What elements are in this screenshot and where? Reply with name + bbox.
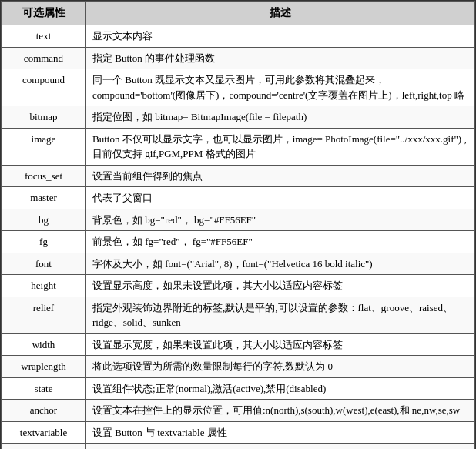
attr-cell: relief [2,297,86,333]
table-row: state设置组件状态;正常(normal),激活(active),禁用(dis… [2,377,475,400]
desc-cell: 指定外观装饰边界附近的标签,默认是平的,可以设置的参数：flat、groove、… [86,297,475,333]
attr-cell: wraplength [2,356,86,378]
attr-cell: focus_set [2,165,86,187]
desc-cell: 指定 Button 的事件处理函数 [86,47,475,69]
table-row: focus_set设置当前组件得到的焦点 [2,165,475,187]
desc-cell: 指定位图，如 bitmap= BitmapImage(file = filepa… [86,106,475,129]
properties-table: 可选属性 描述 text显示文本内容command指定 Button 的事件处理… [0,0,476,449]
attr-cell: bg [2,209,86,231]
table-row: imageButton 不仅可以显示文字，也可以显示图片，image= Phot… [2,128,475,165]
attr-cell: command [2,47,86,69]
table-row: bd设置 Button 的边框大小;bd(bordwidth)缺省为 1 或 2… [2,444,475,450]
table-row: command指定 Button 的事件处理函数 [2,47,475,69]
desc-cell: 代表了父窗口 [86,187,475,209]
attr-cell: state [2,377,86,400]
attr-cell: textvariable [2,421,86,444]
desc-cell: 设置文本在控件上的显示位置，可用值:n(north),s(south),w(we… [86,400,475,422]
desc-cell: 前景色，如 fg="red"， fg="#FF56EF" [86,231,475,253]
attr-cell: text [2,25,86,48]
attr-cell: height [2,275,86,297]
attr-cell: master [2,187,86,209]
table-row: width设置显示宽度，如果未设置此项，其大小以适应内容标签 [2,333,475,356]
table-row: relief指定外观装饰边界附近的标签,默认是平的,可以设置的参数：flat、g… [2,297,475,333]
attr-cell: bd [2,444,86,450]
attr-cell: width [2,333,86,356]
desc-cell: 背景色，如 bg="red"， bg="#FF56EF" [86,209,475,231]
desc-cell: 设置当前组件得到的焦点 [86,165,475,187]
table-row: height设置显示高度，如果未设置此项，其大小以适应内容标签 [2,275,475,297]
table-row: fg前景色，如 fg="red"， fg="#FF56EF" [2,231,475,253]
table-row: font字体及大小，如 font=("Arial", 8)，font=("Hel… [2,253,475,275]
table-row: bitmap指定位图，如 bitmap= BitmapImage(file = … [2,106,475,129]
table-row: bg背景色，如 bg="red"， bg="#FF56EF" [2,209,475,231]
table-row: wraplength将此选项设置为所需的数量限制每行的字符,数默认为 0 [2,356,475,378]
desc-cell: 显示文本内容 [86,25,475,48]
table-row: master代表了父窗口 [2,187,475,209]
desc-cell: 设置 Button 与 textvariable 属性 [86,421,475,444]
attr-cell: bitmap [2,106,86,129]
attr-cell: fg [2,231,86,253]
attr-cell: image [2,128,86,165]
desc-cell: 设置 Button 的边框大小;bd(bordwidth)缺省为 1 或 2 个… [86,444,475,450]
desc-cell: 设置显示高度，如果未设置此项，其大小以适应内容标签 [86,275,475,297]
table-row: anchor设置文本在控件上的显示位置，可用值:n(north),s(south… [2,400,475,422]
desc-cell: 设置组件状态;正常(normal),激活(active),禁用(disabled… [86,377,475,400]
attr-cell: anchor [2,400,86,422]
desc-cell: 设置显示宽度，如果未设置此项，其大小以适应内容标签 [86,333,475,356]
header-desc: 描述 [86,2,475,25]
header-attr: 可选属性 [2,2,86,25]
desc-cell: Button 不仅可以显示文字，也可以显示图片，image= PhotoImag… [86,128,475,165]
table-row: text显示文本内容 [2,25,475,48]
table-row: compound同一个 Button 既显示文本又显示图片，可用此参数将其混叠起… [2,69,475,106]
table-row: textvariable设置 Button 与 textvariable 属性 [2,421,475,444]
attr-cell: compound [2,69,86,106]
attr-cell: font [2,253,86,275]
desc-cell: 字体及大小，如 font=("Arial", 8)，font=("Helveti… [86,253,475,275]
desc-cell: 将此选项设置为所需的数量限制每行的字符,数默认为 0 [86,356,475,378]
desc-cell: 同一个 Button 既显示文本又显示图片，可用此参数将其混叠起来，compou… [86,69,475,106]
